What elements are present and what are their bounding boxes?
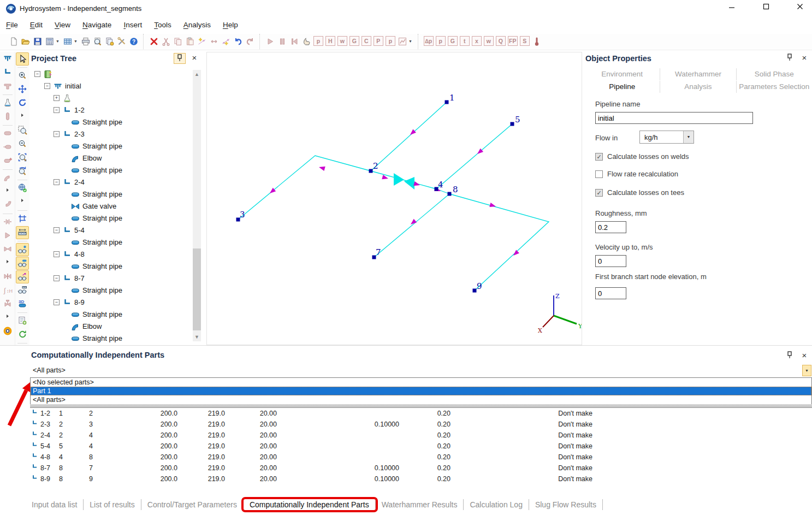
checkbox-calculate-losses-on-welds[interactable]: ✓Calculate losses on welds	[595, 152, 689, 161]
rotate-button[interactable]	[16, 97, 29, 110]
checkbox-calculate-losses-on-tees[interactable]: ✓Calculate losses on tees	[595, 188, 684, 197]
table-row-5-4[interactable]: 5-454200.0219.020.000.20Don't make	[31, 441, 632, 452]
menu-view[interactable]: View	[49, 17, 76, 29]
run-button[interactable]	[265, 35, 276, 48]
thermometer-button[interactable]	[531, 35, 542, 48]
tree-expander-icon[interactable]: −	[34, 71, 40, 77]
tree-item-straight-pipe[interactable]: Straight pipe	[30, 236, 191, 248]
valve-stem-button[interactable]	[1, 298, 14, 311]
param-button-S[interactable]: S	[520, 36, 530, 46]
param-button-p[interactable]: p	[386, 36, 395, 46]
cut-button[interactable]	[161, 35, 171, 48]
flask-pink-button[interactable]	[1, 97, 14, 110]
chevron-down-icon[interactable]: ▼	[74, 39, 78, 43]
redo-button[interactable]	[245, 35, 256, 48]
delete-red-button[interactable]	[149, 35, 159, 48]
copy-db-button[interactable]	[104, 35, 115, 48]
param-button-G[interactable]: G	[448, 36, 458, 46]
new-doc-button[interactable]	[8, 35, 19, 48]
chevron-down-icon[interactable]: ▼	[408, 39, 412, 43]
undo-button[interactable]	[233, 35, 244, 48]
node-8[interactable]	[448, 192, 452, 196]
oring-button[interactable]	[1, 325, 14, 338]
checkbox-icon[interactable]: ✓	[595, 189, 603, 197]
pin-icon[interactable]	[784, 351, 796, 362]
chevron-down-icon[interactable]: ▼	[683, 131, 694, 143]
chevron-down-icon[interactable]: ▼	[56, 39, 60, 43]
parts-combobox[interactable]: <All parts> ▼	[30, 365, 812, 377]
dropdown-item-2[interactable]: <All parts>	[31, 395, 811, 404]
tee-button[interactable]	[1, 80, 14, 93]
chart-button[interactable]	[397, 35, 408, 48]
tools-button[interactable]	[116, 35, 127, 48]
elbow2-pink-button[interactable]	[1, 199, 14, 212]
scroll-thumb[interactable]	[193, 248, 201, 330]
capsule-plus-button[interactable]	[1, 155, 14, 168]
tree-expander-icon[interactable]: −	[54, 107, 60, 113]
tab-analysis[interactable]: Analysis	[660, 81, 736, 93]
menu-edit[interactable]: Edit	[24, 17, 49, 29]
table-row-1-2[interactable]: 1-212200.0219.020.000.20Don't make	[31, 408, 632, 419]
tree-item-2-4[interactable]: −2-4	[30, 176, 191, 188]
table-row-8-9[interactable]: 8-989200.0219.020.000.100000.20Don't mak…	[31, 473, 632, 484]
tree-item[interactable]: −	[30, 68, 191, 80]
export-button[interactable]	[16, 315, 29, 328]
flyout-button[interactable]	[16, 110, 29, 123]
tree-item-straight-pipe[interactable]: Straight pipe	[30, 188, 191, 200]
table-row-4-8[interactable]: 4-848200.0219.020.000.20Don't make	[31, 452, 632, 463]
close-icon[interactable]: ×	[190, 53, 199, 63]
menu-tools[interactable]: Tools	[148, 17, 177, 29]
maximize-button[interactable]	[758, 3, 774, 14]
tree-item-gate-valve[interactable]: Gate valve	[30, 200, 191, 212]
help-button[interactable]: ?	[128, 35, 139, 48]
pin-icon[interactable]	[174, 53, 186, 64]
param-button-x[interactable]: x	[472, 36, 482, 46]
tab-pipeline[interactable]: Pipeline	[584, 81, 660, 93]
pipe-branch-8-9[interactable]	[449, 194, 549, 291]
param-button-p[interactable]: p	[436, 36, 446, 46]
horizontal-splitter[interactable]	[0, 345, 812, 350]
param-button-H[interactable]: H	[325, 36, 335, 46]
ruler-button[interactable]	[16, 226, 29, 239]
param-button-w[interactable]: w	[484, 36, 494, 46]
node-5[interactable]	[511, 122, 514, 126]
tree-item-5-4[interactable]: −5-4	[30, 224, 191, 236]
field-input-1[interactable]	[595, 255, 626, 267]
save-button[interactable]	[32, 35, 43, 48]
checkbox-icon[interactable]	[595, 170, 603, 178]
menu-help[interactable]: Help	[217, 17, 244, 29]
flyout-button[interactable]	[1, 185, 14, 198]
node-1[interactable]	[445, 100, 449, 104]
valve-symbol[interactable]	[394, 173, 404, 186]
zoom-window-button[interactable]	[16, 124, 29, 137]
glasses-arrow-button[interactable]	[16, 270, 29, 283]
bottom-tab-list-of-results[interactable]: List of results	[84, 499, 141, 510]
capsule-arrow-button[interactable]	[1, 141, 14, 154]
param-button-Q[interactable]: Q	[496, 36, 506, 46]
glasses-ruler-button[interactable]	[16, 284, 29, 297]
tree-expander-icon[interactable]: −	[54, 227, 60, 233]
pipe-branch-8-7[interactable]	[374, 194, 449, 257]
tree-expander-icon[interactable]: −	[54, 275, 60, 281]
flyout-button[interactable]	[1, 257, 14, 270]
tree-expander-icon[interactable]: −	[54, 251, 60, 257]
param-button-P[interactable]: P	[374, 36, 383, 46]
close-icon[interactable]: ×	[800, 53, 809, 63]
move-button[interactable]	[16, 83, 29, 96]
tube-button[interactable]	[1, 110, 14, 123]
data-table-button[interactable]	[62, 35, 73, 48]
zoom-rotate-button[interactable]	[16, 165, 29, 178]
paste-button[interactable]	[185, 35, 195, 48]
close-button[interactable]	[792, 3, 808, 14]
checkbox-icon[interactable]: ✓	[595, 153, 603, 161]
flow-in-select[interactable]: kg/h ▼	[639, 131, 694, 144]
tree-item-8-9[interactable]: −8-9	[30, 296, 191, 308]
dropdown-item-0[interactable]: <No selected parts>	[31, 378, 811, 387]
select-button[interactable]	[16, 52, 29, 66]
bottom-tab-input-data-list[interactable]: Input data list	[26, 499, 84, 510]
merge-arrows-button[interactable]	[209, 35, 220, 48]
pin-icon[interactable]	[784, 53, 796, 64]
units-table-button[interactable]	[44, 35, 55, 48]
tree-item-straight-pipe[interactable]: Straight pipe	[30, 116, 191, 128]
tree-item-elbow[interactable]: Elbow	[30, 152, 191, 164]
